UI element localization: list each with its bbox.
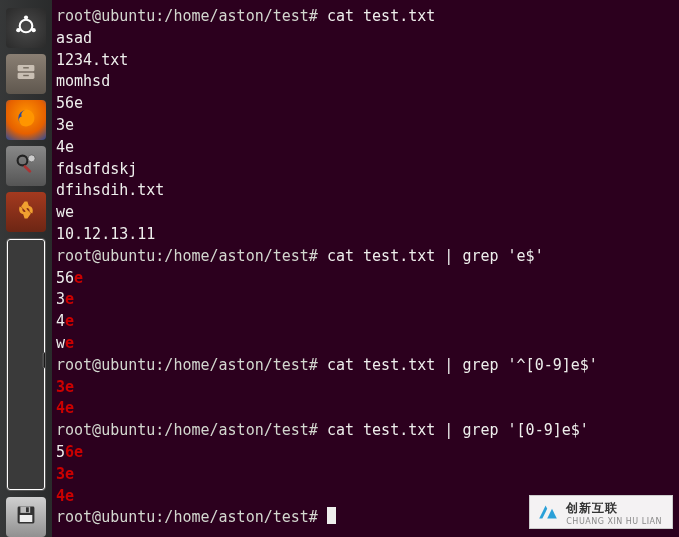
output-line: 3e [56, 116, 74, 134]
update-icon [12, 196, 40, 228]
command-text: cat test.txt | grep '^[0-9]e$' [327, 356, 598, 374]
prompt: root@ubuntu:/home/aston/test# [56, 421, 318, 439]
grep-output-line: 4e [56, 487, 74, 505]
watermark-subtext: CHUANG XIN HU LIAN [566, 517, 662, 526]
grep-output-line: 3e [56, 465, 74, 483]
output-line: momhsd [56, 72, 110, 90]
grep-output-line: 4e [56, 399, 74, 417]
svg-rect-6 [23, 67, 29, 68]
terminal-icon: >_ [6, 325, 46, 403]
wrench-gear-icon [12, 150, 40, 182]
svg-point-0 [20, 20, 33, 33]
dash-home-button[interactable] [6, 8, 46, 48]
prompt: root@ubuntu:/home/aston/test# [56, 247, 318, 265]
svg-point-11 [28, 155, 35, 162]
output-line: 4e [56, 138, 74, 156]
grep-output-line: 4e [56, 312, 74, 330]
prompt: root@ubuntu:/home/aston/test# [56, 508, 318, 526]
svg-point-1 [24, 16, 28, 20]
prompt: root@ubuntu:/home/aston/test# [56, 7, 318, 25]
terminal-button[interactable]: >_ [6, 238, 46, 491]
watermark-text: 创新互联 [566, 500, 662, 517]
svg-point-9 [18, 156, 28, 166]
cursor [327, 507, 336, 524]
grep-match: e [65, 290, 74, 308]
drawer-icon [12, 58, 40, 90]
terminal-window[interactable]: root@ubuntu:/home/aston/test# cat test.t… [52, 0, 679, 537]
output-line: we [56, 203, 74, 221]
svg-point-3 [32, 28, 36, 32]
grep-match: 4e [56, 399, 74, 417]
floppy-disk-icon [12, 501, 40, 533]
watermark-logo-icon [536, 502, 560, 522]
command-text: cat test.txt | grep '[0-9]e$' [327, 421, 589, 439]
ubuntu-logo-icon [12, 12, 40, 44]
grep-output-line: 56e [56, 269, 83, 287]
grep-output-line: 56e [56, 443, 83, 461]
grep-match: e [65, 312, 74, 330]
svg-rect-17 [20, 515, 33, 522]
system-settings-button[interactable] [6, 146, 46, 186]
output-line: asad [56, 29, 92, 47]
disk-button[interactable] [6, 497, 46, 537]
grep-match: 3e [56, 465, 74, 483]
software-updater-button[interactable] [6, 192, 46, 232]
svg-rect-16 [26, 507, 29, 512]
watermark: 创新互联 CHUANG XIN HU LIAN [529, 495, 673, 529]
command-text: cat test.txt | grep 'e$' [327, 247, 544, 265]
unity-launcher: >_ [0, 0, 52, 537]
output-line: 10.12.13.11 [56, 225, 155, 243]
grep-match: 4e [56, 487, 74, 505]
output-line: 56e [56, 94, 83, 112]
grep-match: e [74, 269, 83, 287]
grep-match: 3e [56, 378, 74, 396]
svg-rect-7 [23, 75, 29, 76]
grep-output-line: 3e [56, 290, 74, 308]
command-text: cat test.txt [327, 7, 435, 25]
svg-rect-10 [23, 164, 32, 173]
output-line: 1234.txt [56, 51, 128, 69]
prompt: root@ubuntu:/home/aston/test# [56, 356, 318, 374]
svg-point-2 [16, 28, 20, 32]
grep-match: e [65, 334, 74, 352]
grep-output-line: 3e [56, 378, 74, 396]
output-line: dfihsdih.txt [56, 181, 164, 199]
output-line: fdsdfdskj [56, 160, 137, 178]
grep-output-line: we [56, 334, 74, 352]
firefox-icon [12, 104, 40, 136]
file-manager-button[interactable] [6, 54, 46, 94]
grep-match: 6e [65, 443, 83, 461]
svg-rect-12 [43, 353, 46, 368]
firefox-button[interactable] [6, 100, 46, 140]
